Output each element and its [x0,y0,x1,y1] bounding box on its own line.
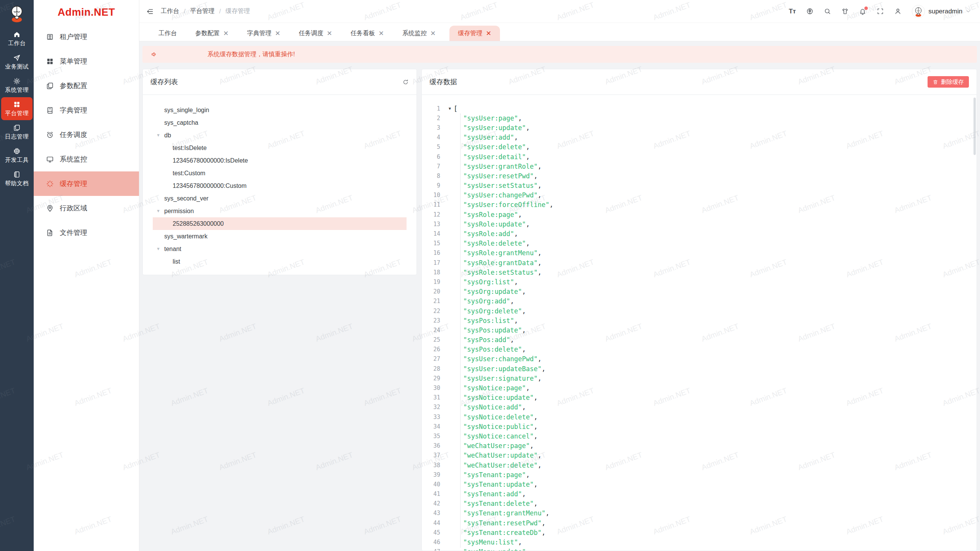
sidebar-item-dict-mgmt[interactable]: 字典管理 [34,98,139,122]
rail-item-label: 开发工具 [5,156,29,164]
fold-icon[interactable]: ▼ [449,106,451,111]
rail-item-workbench[interactable]: 工作台 [1,27,33,50]
rail-item-help-docs[interactable]: 帮助文档 [1,167,33,190]
tree-node-label: test:Custom [173,170,205,176]
language-icon [806,8,813,15]
code-line: 14"sysRole:add", [422,229,977,238]
code-text: "sysOrg:add", [463,297,514,305]
rail-item-business-test[interactable]: 业务测试 [1,51,33,73]
tab-job-schedule[interactable]: 任务调度✕ [294,26,337,41]
rail-item-log-mgmt[interactable]: 日志管理 [1,121,33,143]
sidebar-item-admin-region[interactable]: 行政区域 [34,196,139,220]
tab-label: 系统监控 [402,29,427,37]
code-line: 26"sysPos:delete", [422,345,977,354]
close-icon[interactable]: ✕ [486,30,491,37]
tree-node-123456780000000:Custom[interactable]: 123456780000000:Custom [153,179,407,192]
code-line: 15"sysRole:delete", [422,239,977,248]
sidebar-item-file-mgmt[interactable]: 文件管理 [34,220,139,245]
header-font-size-icon[interactable]: Tт [789,8,796,15]
code-line: 28"sysUser:updateBase", [422,364,977,373]
header-language-icon[interactable] [806,8,813,15]
close-icon[interactable]: ✕ [223,30,229,37]
line-number: 15 [422,240,440,247]
line-number: 18 [422,269,440,276]
sidebar-item-label: 任务调度 [60,130,87,139]
tab-dict-mgmt[interactable]: 字典管理✕ [242,26,285,41]
tree-node-sys_captcha[interactable]: sys_captcha [153,116,407,129]
code-line: 37"weChatUser:update", [422,451,977,460]
tab-job-board[interactable]: 任务看板✕ [346,26,389,41]
header-search-icon[interactable] [824,8,831,15]
code-line: 12"sysRole:page", [422,210,977,219]
tree-node-123456780000000:IsDelete[interactable]: 123456780000000:IsDelete [153,154,407,167]
code-text: "sysNotice:add", [463,403,526,411]
rail-item-dev-tools[interactable]: 开发工具 [1,144,33,167]
close-icon[interactable]: ✕ [379,30,384,37]
tab-label: 字典管理 [247,29,271,37]
code-text: "sysTenant:createDb", [463,529,546,536]
close-icon[interactable]: ✕ [327,30,332,37]
tab-workbench[interactable]: 工作台 [154,26,181,41]
breadcrumb-item[interactable]: 平台管理 [190,7,214,15]
sidebar-item-cache-mgmt[interactable]: 缓存管理 [34,171,139,196]
scrollbar-thumb[interactable] [973,98,976,155]
tab-param-config[interactable]: 参数配置✕ [191,26,233,41]
tree-node-permission[interactable]: ▼permission [153,205,407,217]
code-text: "weChatUser:page", [463,442,534,450]
sidebar: Admin.NET 租户管理菜单管理参数配置字典管理任务调度系统监控缓存管理行政… [34,0,139,551]
delete-cache-button[interactable]: 删除缓存 [928,76,969,88]
tree-node-tenant[interactable]: ▼tenant [153,243,407,255]
rail-item-system-mgmt[interactable]: 系统管理 [1,74,33,97]
header-fullscreen-icon[interactable] [877,8,884,15]
breadcrumb-item[interactable]: 工作台 [161,7,179,15]
sidebar-item-job-schedule[interactable]: 任务调度 [34,122,139,147]
sidebar-item-param-config[interactable]: 参数配置 [34,73,139,98]
caret-down-icon[interactable]: ▼ [156,243,160,255]
close-icon[interactable]: ✕ [430,30,436,37]
line-number: 16 [422,249,440,256]
caret-down-icon[interactable]: ▼ [156,129,160,142]
sidebar-item-system-monitor[interactable]: 系统监控 [34,147,139,171]
line-number: 46 [422,539,440,546]
tree-node-test:Custom[interactable]: test:Custom [153,167,407,179]
user-menu[interactable]: superadmin [912,5,971,18]
refresh-icon[interactable] [402,79,409,85]
tree-node-test:IsDelete[interactable]: test:IsDelete [153,142,407,154]
clock-icon [46,131,54,139]
code-text: "sysUser:resetPwd", [463,172,537,180]
tab-cache-mgmt[interactable]: 缓存管理✕ [449,26,500,41]
sidebar-item-menu-mgmt[interactable]: 菜单管理 [34,49,139,73]
speaker-icon [151,51,158,58]
code-line: 44"sysTenant:resetPwd", [422,518,977,528]
code-line: 8"sysUser:resetPwd", [422,171,977,181]
header-notification-icon[interactable] [859,8,866,15]
tree-node-sys_wartermark[interactable]: sys_wartermark [153,230,407,243]
app-logo-mascot[interactable] [0,0,34,27]
code-line: 17"sysRole:grantData", [422,258,977,267]
tab-label: 参数配置 [195,29,220,37]
sidebar-item-tenant-mgmt[interactable]: 租户管理 [34,24,139,49]
header-profile-icon[interactable] [894,8,902,15]
rail-item-platform-mgmt[interactable]: 平台管理 [1,97,33,120]
fullscreen-icon [877,8,884,15]
rail-item-label: 日志管理 [5,133,29,140]
tree-node-252885263000000[interactable]: 252885263000000 [153,217,407,230]
main-content: 系统缓存数据管理，请慎重操作! 缓存列表 sys_single_loginsys… [139,41,980,551]
chip-icon [13,147,21,155]
menu-fold-icon[interactable] [146,8,154,15]
close-icon[interactable]: ✕ [275,30,280,37]
code-text: "sysUser:signature", [463,375,542,382]
tree-node-db[interactable]: ▼db [153,129,407,142]
caret-down-icon[interactable]: ▼ [156,205,160,217]
alert-text: 系统缓存数据管理，请慎重操作! [207,51,295,59]
code-line: 19"sysOrg:list", [422,277,977,287]
code-line: 23"sysPos:list", [422,316,977,325]
top-header: 工作台/平台管理/缓存管理 Tт superadmin [139,0,980,23]
tree-node-sys_second_ver[interactable]: sys_second_ver [153,192,407,205]
tree-node-list[interactable]: list [153,255,407,268]
code-line: 45"sysTenant:createDb", [422,528,977,537]
rail-item-label: 业务测试 [5,63,29,70]
header-theme-icon[interactable] [841,8,849,15]
tab-system-monitor[interactable]: 系统监控✕ [398,26,440,41]
tree-node-sys_single_login[interactable]: sys_single_login [153,104,407,116]
